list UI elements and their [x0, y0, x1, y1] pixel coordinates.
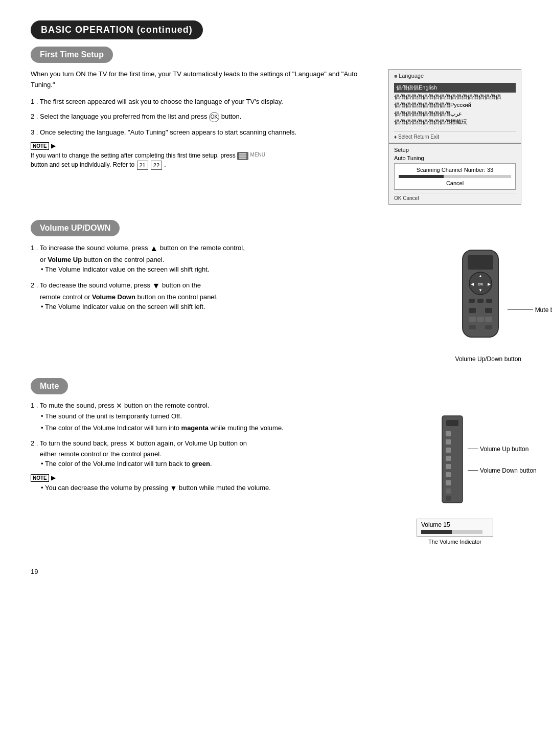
volume-right: ▲ ▼ ◀ ▶ OK — [388, 242, 521, 363]
svg-text:▼: ▼ — [478, 288, 482, 293]
vol-step-2-bullet: The Volume Indicator value on the screen… — [41, 302, 378, 312]
autotuning-footer: OK Cancel — [394, 193, 516, 201]
lang-item-1: 倡倡倡倡倡倡倡倡倡倡倡倡倡倡倡倡倡倡倡 — [394, 93, 516, 101]
svg-rect-23 — [446, 431, 451, 436]
svg-rect-29 — [446, 480, 451, 485]
note-text: If you want to change the setting after … — [31, 151, 378, 170]
page-number: 19 — [31, 568, 38, 575]
auto-tuning-label: Auto Tuning — [394, 155, 516, 161]
svg-rect-1 — [239, 155, 246, 157]
note-block: NOTE ▶ If you want to change the setting… — [31, 142, 378, 170]
mute-header: Mute — [31, 378, 521, 401]
step-2: 2 . Select the language you preferred fr… — [31, 112, 378, 122]
volume-bar-fill — [421, 530, 452, 534]
svg-rect-15 — [485, 308, 492, 313]
progress-bar — [399, 175, 511, 178]
mute-right: Volume Up button Volume Down button Volu… — [388, 401, 521, 545]
language-screen-box: ■ Language 倡倡倡倡English 倡倡倡倡倡倡倡倡倡倡倡倡倡倡倡倡倡… — [388, 69, 521, 143]
svg-rect-17 — [477, 317, 484, 322]
mute-step-2: 2 . To turn the sound back, press ✕ butt… — [31, 438, 378, 469]
remote-drawing: ▲ ▼ ◀ ▶ OK — [440, 248, 521, 351]
step-3: 3 . Once selecting the language, "Auto T… — [31, 127, 378, 138]
svg-rect-30 — [446, 488, 451, 494]
svg-rect-13 — [486, 299, 492, 303]
svg-rect-16 — [469, 317, 476, 322]
scanning-inner-box: Scanning Channel Number: 33 Cancel — [394, 163, 516, 190]
mute-step-1-bullet-2: The color of the Volume Indicator will t… — [41, 423, 378, 433]
svg-rect-22 — [446, 420, 458, 426]
page-ref-22: 22 — [151, 161, 162, 170]
svg-rect-19 — [469, 325, 476, 329]
mute-step-1: 1 . To mute the sound, press ✕ button on… — [31, 401, 378, 433]
remote-control-image: ▲ ▼ ◀ ▶ OK — [388, 248, 521, 363]
svg-rect-27 — [446, 464, 451, 469]
volume-indicator-caption: The Volume Indicator — [388, 539, 521, 545]
svg-rect-26 — [446, 456, 451, 461]
lang-item-4: 倡倡倡倡倡倡倡倡倡倡標戴玩 — [394, 118, 516, 126]
mute-icon-2: ✕ — [129, 439, 135, 448]
panel-svg — [427, 411, 483, 513]
first-time-setup-right: ■ Language 倡倡倡倡English 倡倡倡倡倡倡倡倡倡倡倡倡倡倡倡倡倡… — [388, 69, 521, 205]
svg-rect-21 — [442, 416, 463, 503]
svg-rect-25 — [446, 448, 451, 453]
mute-content: 1 . To mute the sound, press ✕ button on… — [31, 401, 521, 545]
first-time-setup-section: First Time Setup When you turn ON the TV… — [31, 47, 521, 205]
volume-up-panel-label: Volume Up button — [468, 446, 528, 453]
volume-down-panel-label: Volume Down button — [468, 467, 537, 474]
volume-section: Volume UP/DOWN 1 . To increase the sound… — [31, 220, 521, 363]
vol-step-2: 2 . To decrease the sound volume, press … — [31, 280, 378, 312]
autotuning-screen-box: Setup Auto Tuning Scanning Channel Numbe… — [388, 143, 521, 205]
cancel-label-inner: Cancel — [399, 180, 511, 186]
svg-rect-18 — [485, 317, 492, 322]
panel-drawing: Volume Up button Volume Down button — [427, 411, 483, 515]
mute-left: 1 . To mute the sound, press ✕ button on… — [31, 401, 378, 545]
step-1: 1 . The first screen appeared will ask y… — [31, 97, 378, 107]
page-ref-21: 21 — [137, 161, 148, 170]
first-time-setup-left: When you turn ON the TV for the first ti… — [31, 69, 378, 205]
progress-bar-fill — [399, 175, 444, 178]
volume-indicator-box: Volume 15 — [417, 519, 493, 537]
note-label: NOTE ▶ — [31, 142, 378, 150]
intro-text: When you turn ON the TV for the first ti… — [31, 69, 378, 91]
svg-rect-2 — [239, 158, 246, 159]
menu-label: MENU — [250, 152, 265, 158]
svg-rect-20 — [485, 325, 492, 329]
svg-rect-12 — [477, 299, 484, 303]
mute-note-block: NOTE ▶ You can decrease the volume by pr… — [31, 474, 378, 494]
svg-rect-14 — [469, 308, 476, 313]
svg-text:OK: OK — [478, 282, 484, 286]
mute-step-1-bullet-1: The sound of the unit is temporarily tur… — [41, 411, 378, 421]
vol-step-1-bullet: The Volume Indicator value on the screen… — [41, 264, 378, 275]
svg-text:▶: ▶ — [488, 282, 491, 286]
mute-section: Mute 1 . To mute the sound, press ✕ butt… — [31, 378, 521, 545]
volume-bar — [421, 530, 482, 534]
vol-down-icon-note: ▼ — [170, 484, 177, 492]
mute-icon: ✕ — [116, 402, 122, 410]
language-box-footer: ♦ Select Return Exit — [394, 131, 516, 140]
page: BASIC OPERATION (continued) First Time S… — [0, 0, 552, 591]
svg-rect-31 — [446, 496, 451, 501]
mute-note-label: NOTE ▶ — [31, 474, 378, 482]
vol-down-icon: ▼ — [152, 280, 160, 292]
svg-rect-4 — [468, 255, 493, 270]
first-time-setup-content: When you turn ON the TV for the first ti… — [31, 69, 521, 205]
volume-header: Volume UP/DOWN — [31, 220, 521, 242]
svg-rect-24 — [446, 439, 451, 444]
lang-item-2: 倡倡倡倡倡倡倡倡倡倡Русский — [394, 101, 516, 109]
menu-icon — [237, 152, 248, 160]
control-panel-container: Volume Up button Volume Down button Volu… — [388, 411, 521, 545]
language-list: 倡倡倡倡English 倡倡倡倡倡倡倡倡倡倡倡倡倡倡倡倡倡倡倡 倡倡倡倡倡倡倡倡… — [394, 81, 516, 128]
vol-up-icon: ▲ — [150, 242, 158, 255]
volume-indicator-value: Volume 15 — [421, 521, 450, 528]
first-time-setup-header: First Time Setup — [31, 47, 521, 69]
svg-rect-0 — [239, 153, 246, 154]
main-title: BASIC OPERATION (continued) — [31, 20, 521, 47]
setup-label: Setup — [394, 147, 516, 153]
volume-updown-button-label: Volume Up/Down button — [455, 355, 521, 363]
svg-text:◀: ◀ — [471, 282, 474, 286]
mute-note-bullet: You can decrease the volume by pressing … — [41, 483, 378, 494]
lang-item-0: 倡倡倡倡English — [394, 83, 516, 93]
svg-rect-28 — [446, 472, 451, 477]
vol-step-1: 1 . To increase the sound volume, press … — [31, 242, 378, 275]
ok-circle-icon: OK — [209, 112, 219, 122]
